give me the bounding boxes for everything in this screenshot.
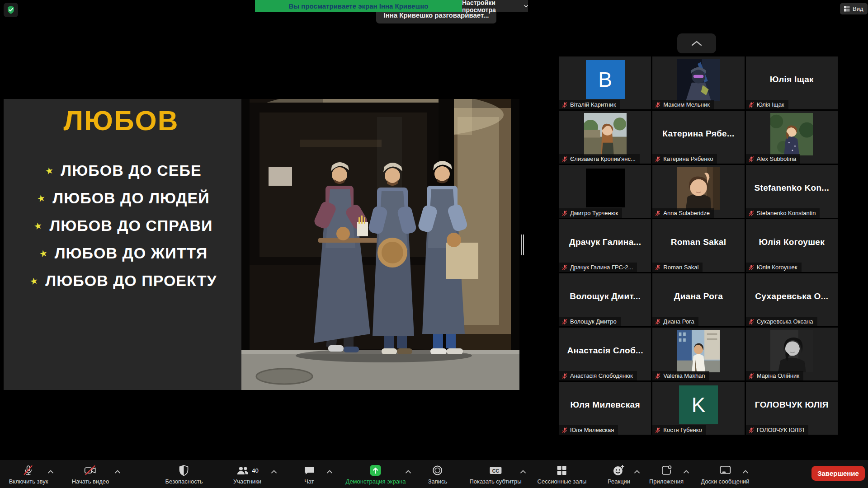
participant-tile[interactable]: Юля МилевскаяЮля Милевская [559,382,651,435]
participant-tile[interactable]: Сухаревська О...Сухаревська Оксана [746,273,838,326]
toolbar-item-record[interactable]: Запись [428,464,448,485]
shield-check-icon [6,5,15,14]
participant-name-text: Юлія Іщак [757,101,784,108]
slide-photo-illustration [241,99,519,390]
board-icon [719,464,731,477]
participant-tile[interactable]: Диана РогаДиана Рога [652,273,744,326]
participant-name-text: Anna Sulaberidze [663,210,710,216]
participant-tile[interactable]: KКостя Губенко [652,382,744,435]
participant-tile[interactable]: ГОЛОВЧУК ЮЛІЯГОЛОВЧУК ЮЛІЯ [746,382,838,435]
chevron-up-icon [743,470,749,474]
avatar [584,113,627,155]
mic-off-icon [748,264,755,271]
toolbar-chevron-participants[interactable] [271,467,277,475]
participant-tile[interactable]: Єлизавета Кропив'янс... [559,111,651,164]
participant-tile[interactable]: BВіталій Каритник [559,56,651,109]
participant-name-text: Віталій Каритник [570,101,616,108]
participant-tile[interactable]: Драчук Галина...Драчук Галина ГРС-2... [559,219,651,272]
participant-tile[interactable]: Анастасія Слоб...Анастасія Слободянюк [559,328,651,380]
toolbar-chevron-mute[interactable] [48,467,54,475]
toolbar-chevron-whiteboard[interactable] [743,467,749,475]
toolbar-item-apps[interactable]: Приложения [649,464,684,485]
participant-tile[interactable]: Катерина Рябе...Катерина Рябенко [652,111,744,164]
participant-tile[interactable]: Anna Sulaberidze [652,165,744,218]
participant-tile[interactable]: Alex Subbotina [746,111,838,164]
toolbar-chevron-apps[interactable] [684,467,689,475]
mic-off-icon [748,427,755,433]
participant-name-label: Roman Sakal [652,263,703,272]
participant-tile[interactable]: Stefanenko Kon...Stefanenko Konstantin [746,165,838,218]
toolbar-item-participants[interactable]: 40Участники [233,464,261,485]
mic-off-icon [748,102,755,108]
participant-tile[interactable]: Дмитро Турченюк [559,165,651,218]
avatar [770,330,813,372]
participant-name-text: Костя Губенко [663,427,702,433]
toolbar-chevron-captions[interactable] [520,467,526,475]
toolbar-chevron-reactions[interactable] [634,467,640,475]
participant-tile[interactable]: Roman SakalRoman Sakal [652,219,744,272]
view-settings-label: Настройки просмотра [462,0,520,14]
toolbar-item-chat[interactable]: Чат [303,464,315,485]
toolbar-chevron-video[interactable] [115,467,121,475]
toolbar-item-mute[interactable]: Включить звук [9,464,48,485]
avatar [677,59,720,101]
security-shield-icon[interactable] [4,3,18,17]
participant-name-label: Єлизавета Кропив'янс... [559,154,640,164]
toolbar-item-label: Приложения [649,478,684,485]
chevron-up-icon [271,470,277,474]
toolbar-item-reactions[interactable]: Реакции [608,464,630,485]
participants-count-badge: 40 [252,467,258,474]
panel-resize-handle[interactable] [521,235,524,255]
participant-center-name: Сухаревська О... [755,291,828,309]
participant-center-name: ГОЛОВЧУК ЮЛІЯ [755,400,829,417]
smile-icon [613,464,625,477]
cc-icon: CC [489,464,502,477]
toolbar-chevron-share[interactable] [406,467,411,475]
participant-tile[interactable]: Valeriia Makhan [652,328,744,380]
view-button[interactable]: Вид [840,3,868,14]
slide-bullet-text: ЛЮБОВ ДО ЖИТТЯ [55,244,208,262]
participant-center-name: Stefanenko Kon... [755,183,830,200]
avatar: B [586,60,625,99]
toolbar-item-label: Начать видео [72,478,109,485]
toolbar-item-share[interactable]: Демонстрация экрана [346,464,406,485]
participant-center-name: Анастасія Слоб... [567,346,643,363]
participant-tile[interactable]: Маріна Олійник [746,328,838,380]
toolbar-chevron-chat[interactable] [327,467,333,475]
participant-tile[interactable]: Юлія ІщакЮлія Іщак [746,56,838,109]
toolbar-item-label: Запись [428,478,448,485]
participants-icon: 40 [236,464,258,477]
participant-center-name: Катерина Рябе... [662,129,734,146]
participant-name-label: Valeriia Makhan [652,371,709,380]
participant-center-name: Юлія Когоушек [759,237,825,254]
mic-off-icon [561,102,568,108]
participant-name-text: Stefanenko Konstantin [757,210,816,216]
participant-tile[interactable]: Максим Мельник [652,56,744,109]
star-icon: ★ [45,165,55,176]
participant-name-text: Катерина Рябенко [663,155,713,162]
toolbar-item-video[interactable]: Начать видео [72,464,109,485]
avatar-photo-illustration [584,113,627,155]
slide-bullet-list: ★ЛЮБОВ ДО СЕБЕ★ЛЮБОВ ДО ЛЮДЕЙ★ЛЮБОВ ДО С… [4,157,243,295]
participant-name-label: Сухаревська Оксана [746,317,817,326]
toolbar-item-security[interactable]: Безопасность [165,464,203,485]
avatar [677,167,720,210]
mic-off-icon [23,464,34,477]
end-meeting-button[interactable]: Завершение [811,466,865,481]
toolbar-item-breakout[interactable]: Сессионные залы [538,464,587,485]
chevron-up-icon [684,470,689,474]
participant-tile[interactable]: Волощук Дмит...Волощук Дмитро [559,273,651,326]
participant-center-name: Драчук Галина... [569,237,641,254]
participant-name-text: Roman Sakal [663,264,698,271]
mic-off-icon [748,373,755,379]
avatar [586,169,625,207]
participant-tile[interactable]: Юлія КогоушекЮлія Когоушек [746,219,838,272]
toolbar-item-label: Сессионные залы [538,478,587,485]
gallery-collapse-button[interactable] [677,33,716,53]
chevron-down-icon [524,5,528,8]
participant-name-text: Valeriia Makhan [663,372,705,379]
view-settings-button[interactable]: Настройки просмотра [462,0,528,12]
toolbar-item-captions[interactable]: CCПоказать субтитры [469,464,521,485]
participant-name-text: Юля Милевская [570,427,614,433]
participant-name-label: Віталій Каритник [559,100,620,109]
